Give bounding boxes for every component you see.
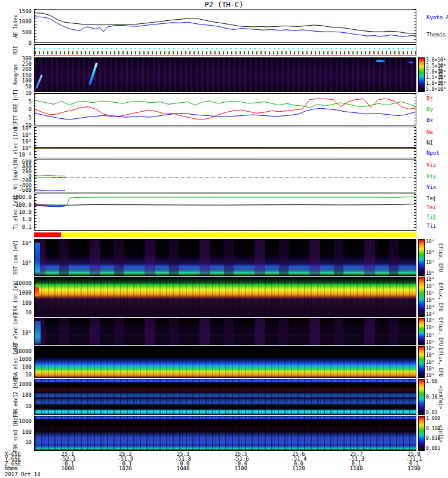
y-tick-label: 10.0 xyxy=(0,209,32,215)
y-tick-label: 0 xyxy=(0,106,32,112)
colorbar xyxy=(418,346,425,378)
panel-roi: ROI xyxy=(0,44,448,56)
colorbar-unit-label: Eflux, EFU xyxy=(438,283,443,311)
panel-velocity: Vi [km/s] -600-400-2000200400600VizViyVi… xyxy=(0,160,448,192)
colorbar-tick-label: 0.001 xyxy=(426,446,440,451)
colorbar-unit-label: Eflux, EFU xyxy=(438,317,443,346)
legend-label: Ti⊥ xyxy=(426,223,436,229)
legend-label: Te∥ xyxy=(426,195,435,201)
spectrogram-image xyxy=(34,57,416,92)
bottom-axis: 2017 Oct 14 X-GSE25.125.225.325.525.625.… xyxy=(0,452,448,478)
y-tick-label: 100 xyxy=(0,392,32,398)
y-tick-label: 1000 xyxy=(0,290,32,296)
colorbar-tick-label: 2.0×10⁴ xyxy=(426,69,446,75)
colorbar-tick-label: 10⁴ xyxy=(426,250,434,255)
colorbar xyxy=(418,277,425,317)
y-tick-label: 250 xyxy=(0,61,32,67)
colorbar-tick-label: 1.00 xyxy=(426,379,437,384)
axis-tick-value: 1040 xyxy=(177,466,190,471)
colorbar-tick-label: 10³ xyxy=(426,312,434,317)
series-lines xyxy=(35,127,416,158)
y-tick-label: 10⁵ xyxy=(0,330,32,336)
series-line xyxy=(35,100,416,108)
series-line xyxy=(35,17,416,36)
y-tick-label: 300 xyxy=(0,56,32,62)
colorbar-tick-label: 10⁰ xyxy=(426,271,434,276)
spectrogram-noise xyxy=(35,240,416,275)
colorbar xyxy=(418,379,425,415)
colorbar-tick-label: 1.000 xyxy=(426,416,440,421)
aurora-streak xyxy=(376,60,385,62)
axis-row-label: hhmm xyxy=(5,466,18,471)
colorbar-unit-label: [counts] xyxy=(438,63,443,87)
series-line xyxy=(35,177,65,178)
spectrogram-image xyxy=(34,379,416,415)
panel-esa-ion-spectrogram: ESA ion [eV] 1000010001001010⁸10⁷10⁶10⁵1… xyxy=(0,277,448,317)
colorbar-tick-label: 5.0×10³ xyxy=(426,87,446,92)
series-lines xyxy=(35,10,416,43)
flag-bar xyxy=(34,232,416,237)
themis-summary-plot: P2 (TH-C) AE Index 050010001500Kyoto AET… xyxy=(0,0,448,478)
colorbar-tick-label: 10⁶ xyxy=(426,239,434,244)
legend-label: NI xyxy=(426,140,433,146)
series-lines xyxy=(35,194,416,231)
y-tick-label: 500 xyxy=(0,29,32,35)
injection-feature xyxy=(35,321,41,343)
colorbar xyxy=(418,318,425,345)
colorbar-tick-label: 10⁰ xyxy=(426,340,434,345)
series-line xyxy=(35,176,65,176)
legend-label: By xyxy=(426,106,433,112)
colorbar-unit-label: Eflux, EFU xyxy=(438,348,443,376)
colorbar xyxy=(418,57,425,92)
axis-row-hhmm: hhmm1000102010401100112011401200 xyxy=(0,466,448,471)
y-tick-label: 100 xyxy=(0,78,32,84)
page-title: P2 (TH-C) xyxy=(0,1,448,9)
y-tick-label: 1000 xyxy=(0,19,32,24)
panel-esa-elec-spectrogram: ESA elec [eV] 1000010001001010⁸10⁷10⁶10⁵… xyxy=(0,346,448,378)
spectrogram-noise xyxy=(35,277,416,317)
legend-label: Npot xyxy=(426,150,440,156)
legend-label: Viy xyxy=(426,173,436,179)
legend-label: Bz xyxy=(426,96,433,102)
panel-density: Ni elec [1/cc] 10⁻²10⁰10²10⁴10⁶NeNINpot xyxy=(0,127,448,158)
y-tick-label: 10 xyxy=(0,90,32,96)
colorbar-tick-label: 10² xyxy=(426,260,434,265)
y-tick-label: 1000.0 xyxy=(0,194,32,200)
legend-label: Vix xyxy=(426,184,436,190)
panel-fbk-efield-spectrogram: FBK edc12 [Hz] 1000100101.000.100.01<|mV… xyxy=(0,379,448,415)
colorbar-tick-label: 2.5×10⁴ xyxy=(426,63,446,69)
y-tick-label: 100.0 xyxy=(0,202,32,208)
panel-keogram: Keogram 501001502002503003.0×10⁴2.5×10⁴2… xyxy=(0,57,448,92)
axis-tick-value: 1000 xyxy=(61,466,74,471)
colorbar-tick-label: 10⁶ xyxy=(426,318,434,323)
spectrogram-image xyxy=(34,277,416,317)
y-tick-label: 10 xyxy=(0,439,32,445)
series-line xyxy=(35,108,416,120)
flag-segment xyxy=(34,232,61,237)
plot-area xyxy=(34,194,416,231)
y-tick-label: 1000 xyxy=(0,418,32,424)
y-tick-label: 10 xyxy=(0,403,32,409)
y-tick-label: 100 xyxy=(0,364,32,370)
series-line xyxy=(35,204,416,205)
y-tick-label: 10 xyxy=(0,372,32,378)
y-tick-label: 100 xyxy=(0,429,32,435)
panel-mode-flags xyxy=(0,232,448,237)
y-tick-label: 10⁴ xyxy=(0,132,32,138)
spectrogram-image xyxy=(34,346,416,378)
colorbar-tick-label: 10⁶ xyxy=(426,291,434,296)
colorbar xyxy=(418,416,425,451)
roi-markers-red xyxy=(35,53,416,54)
colorbar-tick-label: 10⁸ xyxy=(426,277,434,282)
plot-area xyxy=(34,9,416,43)
panel-ae-index: AE Index 050010001500Kyoto AEThemis AE xyxy=(0,9,448,43)
y-tick-label: 10⁵ xyxy=(0,260,32,266)
series-line xyxy=(35,190,65,191)
y-tick-label: 1.0 xyxy=(0,216,32,222)
axis-tick-value: 1140 xyxy=(350,466,363,471)
spectrogram-noise xyxy=(35,416,416,451)
panel-b-fit: B FIT GSE [nT] -10-50510BzByBx xyxy=(0,93,448,125)
plot-area xyxy=(34,160,416,192)
plot-area xyxy=(34,127,416,158)
y-tick-label: 600 xyxy=(0,159,32,165)
